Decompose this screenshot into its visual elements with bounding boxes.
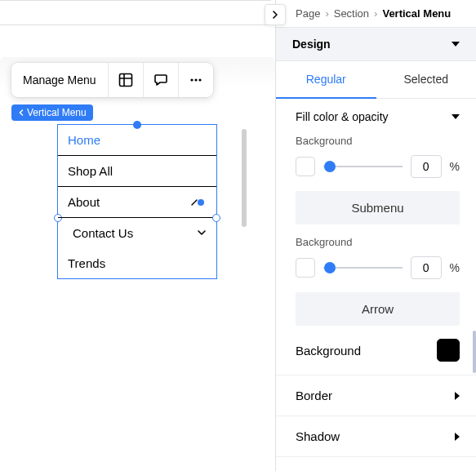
arrow-group-header: Arrow	[296, 292, 460, 326]
design-accordion-header[interactable]: Design	[276, 27, 476, 61]
design-panel: Page › Section › Vertical Menu Design Re…	[275, 0, 476, 471]
panel-collapse-button[interactable]	[265, 4, 286, 25]
divider	[0, 0, 271, 1]
scrollbar[interactable]	[473, 331, 476, 373]
more-button[interactable]	[179, 63, 213, 97]
triangle-right-icon	[455, 392, 460, 400]
slider-thumb[interactable]	[324, 262, 336, 273]
floating-toolbar: Manage Menu	[11, 63, 213, 97]
opacity-input[interactable]: 0	[411, 155, 442, 178]
menu-item-trends[interactable]: Trends	[58, 248, 216, 278]
background-label: Background	[296, 135, 460, 147]
background-controls: 0 %	[296, 256, 460, 279]
tab-regular[interactable]: Regular	[276, 61, 376, 99]
fill-title: Fill color & opacity	[296, 110, 389, 123]
svg-point-6	[198, 199, 204, 206]
editor-canvas: Manage Menu Vertical Menu	[0, 0, 271, 471]
selected-item-wrapper: About Contact Us	[58, 187, 216, 248]
background-label: Background	[296, 236, 460, 248]
svg-point-5	[198, 78, 201, 81]
chevron-left-icon	[18, 107, 24, 118]
color-swatch[interactable]	[296, 157, 315, 176]
chevron-right-icon: ›	[374, 7, 377, 20]
text-row[interactable]: Text	[276, 456, 476, 471]
divider	[0, 24, 271, 25]
unit-label: %	[450, 261, 460, 274]
svg-rect-0	[119, 74, 131, 87]
opacity-input[interactable]: 0	[411, 256, 442, 279]
chevron-right-icon	[271, 11, 279, 19]
color-swatch[interactable]	[437, 339, 460, 362]
selection-tag-label: Vertical Menu	[27, 107, 87, 118]
submenu-group-header: Submenu	[296, 191, 460, 224]
submenu-section: Background 0 %	[276, 224, 476, 284]
triangle-down-icon	[452, 114, 460, 119]
menu-item-home[interactable]: Home	[58, 125, 216, 156]
menu-item-about[interactable]: About	[58, 187, 216, 218]
shadow-row[interactable]: Shadow	[276, 415, 476, 456]
resize-handle-top[interactable]	[133, 121, 141, 129]
fill-section: Fill color & opacity Background 0 %	[276, 99, 476, 183]
breadcrumb-section[interactable]: Section	[334, 7, 369, 20]
comment-icon	[153, 73, 168, 87]
opacity-slider[interactable]	[323, 260, 403, 276]
menu-item-label: Contact Us	[73, 226, 133, 240]
vertical-menu-widget[interactable]: Home Shop All About Contact Us Trends	[57, 124, 217, 279]
menu-item-shop-all[interactable]: Shop All	[58, 156, 216, 187]
selection-tag[interactable]: Vertical Menu	[11, 104, 93, 121]
breadcrumb-current: Vertical Menu	[382, 7, 451, 20]
background-controls: 0 %	[296, 155, 460, 178]
row-label: Shadow	[296, 429, 340, 443]
chevron-down-icon	[197, 226, 207, 240]
accordion-title: Design	[292, 38, 331, 51]
triangle-right-icon	[455, 433, 460, 441]
breadcrumb: Page › Section › Vertical Menu	[276, 0, 476, 27]
triangle-down-icon	[452, 42, 460, 47]
chevron-right-icon: ›	[325, 7, 328, 20]
tab-selected[interactable]: Selected	[376, 61, 477, 98]
layout-icon	[118, 73, 133, 87]
fill-color-opacity-row[interactable]: Fill color & opacity	[296, 110, 460, 123]
state-tabs: Regular Selected	[276, 61, 476, 99]
color-swatch[interactable]	[296, 258, 315, 278]
row-label: Border	[296, 389, 332, 402]
opacity-slider[interactable]	[323, 158, 403, 175]
comment-button[interactable]	[144, 63, 178, 97]
item-move-icon	[190, 198, 208, 207]
svg-point-3	[190, 78, 193, 81]
slider-thumb[interactable]	[324, 161, 336, 172]
arrow-background-row[interactable]: Background	[276, 326, 476, 375]
row-label: Background	[296, 344, 361, 358]
svg-point-4	[194, 78, 197, 81]
layout-button[interactable]	[109, 63, 143, 97]
menu-item-contact-us[interactable]: Contact Us	[58, 218, 216, 248]
unit-label: %	[450, 160, 460, 173]
scrollbar[interactable]	[242, 129, 247, 227]
border-row[interactable]: Border	[276, 375, 476, 415]
breadcrumb-page[interactable]: Page	[296, 7, 320, 20]
menu-item-label: About	[68, 195, 100, 209]
manage-menu-button[interactable]: Manage Menu	[11, 63, 108, 97]
more-icon	[189, 73, 203, 87]
